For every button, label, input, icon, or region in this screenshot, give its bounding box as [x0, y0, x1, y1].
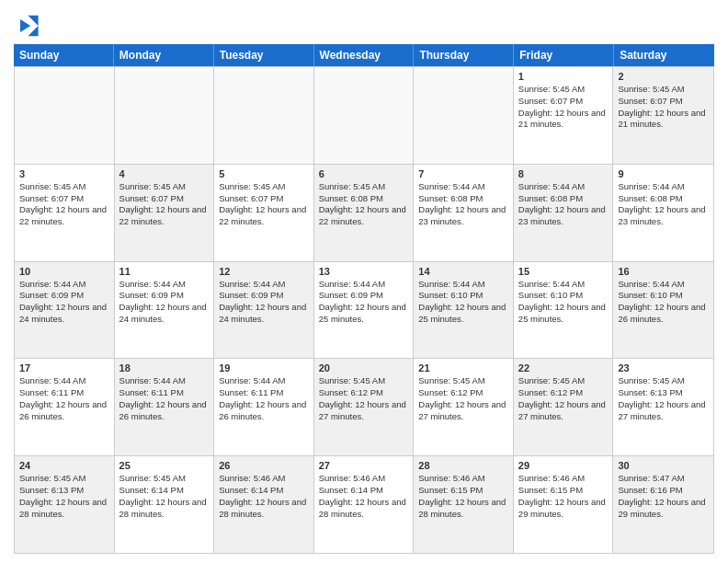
- calendar-cell: 13Sunrise: 5:44 AM Sunset: 6:09 PM Dayli…: [314, 262, 415, 359]
- calendar-row: 24Sunrise: 5:45 AM Sunset: 6:13 PM Dayli…: [15, 455, 713, 553]
- calendar-cell: 18Sunrise: 5:44 AM Sunset: 6:11 PM Dayli…: [115, 359, 215, 455]
- calendar-cell: 7Sunrise: 5:44 AM Sunset: 6:08 PM Daylig…: [414, 165, 514, 261]
- day-info: Sunrise: 5:44 AM Sunset: 6:08 PM Dayligh…: [418, 181, 508, 228]
- day-info: Sunrise: 5:44 AM Sunset: 6:11 PM Dayligh…: [19, 375, 109, 422]
- day-info: Sunrise: 5:44 AM Sunset: 6:09 PM Dayligh…: [119, 279, 210, 326]
- day-info: Sunrise: 5:45 AM Sunset: 6:12 PM Dayligh…: [319, 375, 409, 422]
- calendar-cell: 15Sunrise: 5:44 AM Sunset: 6:10 PM Dayli…: [514, 262, 614, 359]
- calendar-cell: [15, 67, 115, 164]
- calendar-cell: 14Sunrise: 5:44 AM Sunset: 6:10 PM Dayli…: [414, 262, 514, 359]
- weekday-header: Thursday: [414, 44, 514, 66]
- calendar-cell: 11Sunrise: 5:44 AM Sunset: 6:09 PM Dayli…: [115, 262, 215, 359]
- calendar-row: 10Sunrise: 5:44 AM Sunset: 6:09 PM Dayli…: [15, 261, 713, 359]
- day-number: 26: [219, 460, 309, 471]
- calendar-row: 1Sunrise: 5:45 AM Sunset: 6:07 PM Daylig…: [15, 66, 713, 164]
- calendar: SundayMondayTuesdayWednesdayThursdayFrid…: [14, 44, 714, 554]
- day-number: 22: [518, 362, 609, 373]
- weekday-header: Wednesday: [314, 44, 415, 66]
- calendar-cell: 23Sunrise: 5:45 AM Sunset: 6:13 PM Dayli…: [613, 359, 713, 455]
- page: SundayMondayTuesdayWednesdayThursdayFrid…: [0, 0, 728, 563]
- calendar-cell: 20Sunrise: 5:45 AM Sunset: 6:12 PM Dayli…: [314, 359, 415, 455]
- day-info: Sunrise: 5:44 AM Sunset: 6:11 PM Dayligh…: [119, 375, 210, 422]
- day-info: Sunrise: 5:45 AM Sunset: 6:07 PM Dayligh…: [219, 181, 309, 228]
- day-number: 10: [19, 266, 109, 277]
- calendar-cell: 8Sunrise: 5:44 AM Sunset: 6:08 PM Daylig…: [514, 165, 614, 261]
- day-number: 17: [19, 362, 109, 373]
- day-number: 20: [319, 362, 409, 373]
- day-number: 1: [518, 71, 609, 82]
- day-number: 23: [618, 362, 709, 373]
- day-info: Sunrise: 5:44 AM Sunset: 6:10 PM Dayligh…: [518, 279, 609, 326]
- day-number: 27: [319, 460, 409, 471]
- day-info: Sunrise: 5:45 AM Sunset: 6:12 PM Dayligh…: [518, 375, 609, 422]
- weekday-header: Tuesday: [214, 44, 314, 66]
- calendar-cell: 16Sunrise: 5:44 AM Sunset: 6:10 PM Dayli…: [613, 262, 713, 359]
- day-number: 30: [618, 460, 709, 471]
- day-number: 9: [618, 168, 709, 179]
- weekday-header: Saturday: [614, 44, 714, 66]
- day-info: Sunrise: 5:45 AM Sunset: 6:07 PM Dayligh…: [119, 181, 210, 228]
- calendar-cell: 3Sunrise: 5:45 AM Sunset: 6:07 PM Daylig…: [15, 165, 115, 261]
- calendar-cell: 22Sunrise: 5:45 AM Sunset: 6:12 PM Dayli…: [514, 359, 614, 455]
- day-info: Sunrise: 5:46 AM Sunset: 6:15 PM Dayligh…: [518, 473, 609, 520]
- calendar-header: SundayMondayTuesdayWednesdayThursdayFrid…: [14, 44, 714, 66]
- day-number: 16: [618, 266, 709, 277]
- calendar-cell: 1Sunrise: 5:45 AM Sunset: 6:07 PM Daylig…: [514, 67, 614, 164]
- calendar-cell: 6Sunrise: 5:45 AM Sunset: 6:08 PM Daylig…: [314, 165, 415, 261]
- day-number: 24: [19, 460, 109, 471]
- calendar-cell: 28Sunrise: 5:46 AM Sunset: 6:15 PM Dayli…: [414, 456, 514, 553]
- logo-icon: [14, 13, 40, 39]
- calendar-cell: 4Sunrise: 5:45 AM Sunset: 6:07 PM Daylig…: [115, 165, 215, 261]
- day-number: 13: [319, 266, 409, 277]
- day-number: 25: [119, 460, 210, 471]
- calendar-cell: 30Sunrise: 5:47 AM Sunset: 6:16 PM Dayli…: [613, 456, 713, 553]
- day-number: 8: [518, 168, 609, 179]
- day-number: 15: [518, 266, 609, 277]
- day-number: 28: [418, 460, 508, 471]
- calendar-cell: 2Sunrise: 5:45 AM Sunset: 6:07 PM Daylig…: [613, 67, 713, 164]
- calendar-cell: 5Sunrise: 5:45 AM Sunset: 6:07 PM Daylig…: [214, 165, 314, 261]
- calendar-cell: [414, 67, 514, 164]
- day-info: Sunrise: 5:44 AM Sunset: 6:11 PM Dayligh…: [219, 375, 309, 422]
- day-number: 14: [418, 266, 508, 277]
- day-number: 2: [618, 71, 709, 82]
- calendar-cell: 12Sunrise: 5:44 AM Sunset: 6:09 PM Dayli…: [214, 262, 314, 359]
- day-info: Sunrise: 5:44 AM Sunset: 6:09 PM Dayligh…: [219, 279, 309, 326]
- weekday-header: Friday: [514, 44, 614, 66]
- day-number: 4: [119, 168, 210, 179]
- day-number: 3: [19, 168, 109, 179]
- day-number: 29: [518, 460, 609, 471]
- day-info: Sunrise: 5:45 AM Sunset: 6:08 PM Dayligh…: [319, 181, 409, 228]
- day-info: Sunrise: 5:44 AM Sunset: 6:10 PM Dayligh…: [418, 279, 508, 326]
- calendar-cell: [314, 67, 415, 164]
- calendar-cell: 24Sunrise: 5:45 AM Sunset: 6:13 PM Dayli…: [15, 456, 115, 553]
- day-number: 5: [219, 168, 309, 179]
- day-number: 21: [418, 362, 508, 373]
- calendar-cell: 21Sunrise: 5:45 AM Sunset: 6:12 PM Dayli…: [414, 359, 514, 455]
- day-info: Sunrise: 5:46 AM Sunset: 6:15 PM Dayligh…: [418, 473, 508, 520]
- calendar-cell: 29Sunrise: 5:46 AM Sunset: 6:15 PM Dayli…: [514, 456, 614, 553]
- day-info: Sunrise: 5:44 AM Sunset: 6:09 PM Dayligh…: [19, 279, 109, 326]
- day-info: Sunrise: 5:46 AM Sunset: 6:14 PM Dayligh…: [219, 473, 309, 520]
- day-number: 12: [219, 266, 309, 277]
- day-number: 18: [119, 362, 210, 373]
- day-info: Sunrise: 5:44 AM Sunset: 6:08 PM Dayligh…: [618, 181, 709, 228]
- day-info: Sunrise: 5:45 AM Sunset: 6:07 PM Dayligh…: [19, 181, 109, 228]
- day-info: Sunrise: 5:45 AM Sunset: 6:14 PM Dayligh…: [119, 473, 210, 520]
- calendar-cell: 27Sunrise: 5:46 AM Sunset: 6:14 PM Dayli…: [314, 456, 415, 553]
- day-number: 7: [418, 168, 508, 179]
- day-number: 19: [219, 362, 309, 373]
- calendar-row: 17Sunrise: 5:44 AM Sunset: 6:11 PM Dayli…: [15, 358, 713, 455]
- weekday-header: Monday: [114, 44, 214, 66]
- day-info: Sunrise: 5:44 AM Sunset: 6:09 PM Dayligh…: [319, 279, 409, 326]
- calendar-cell: [214, 67, 314, 164]
- day-number: 6: [319, 168, 409, 179]
- day-info: Sunrise: 5:47 AM Sunset: 6:16 PM Dayligh…: [618, 473, 709, 520]
- calendar-cell: 9Sunrise: 5:44 AM Sunset: 6:08 PM Daylig…: [613, 165, 713, 261]
- calendar-row: 3Sunrise: 5:45 AM Sunset: 6:07 PM Daylig…: [15, 164, 713, 261]
- day-info: Sunrise: 5:45 AM Sunset: 6:13 PM Dayligh…: [19, 473, 109, 520]
- calendar-cell: 26Sunrise: 5:46 AM Sunset: 6:14 PM Dayli…: [214, 456, 314, 553]
- calendar-cell: 25Sunrise: 5:45 AM Sunset: 6:14 PM Dayli…: [115, 456, 215, 553]
- calendar-cell: 19Sunrise: 5:44 AM Sunset: 6:11 PM Dayli…: [214, 359, 314, 455]
- day-info: Sunrise: 5:44 AM Sunset: 6:10 PM Dayligh…: [618, 279, 709, 326]
